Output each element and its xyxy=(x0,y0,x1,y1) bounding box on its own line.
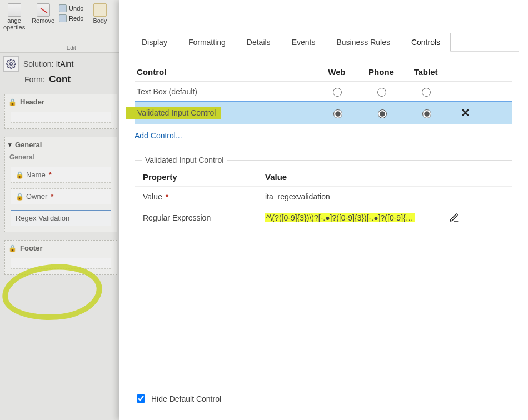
ribbon-undo-redo-group: Undo Redo Edit xyxy=(58,1,84,52)
lock-icon: 🔒 xyxy=(8,244,17,252)
property-value: ^\(?([0-9]{3})\)?[-.●]?([0-9]{3})[-.●]?(… xyxy=(265,213,415,222)
svg-point-0 xyxy=(10,63,13,66)
radio-web[interactable] xyxy=(333,109,342,118)
col-value: Value xyxy=(265,172,437,182)
hide-default-checkbox[interactable] xyxy=(137,394,145,403)
col-phone: Phone xyxy=(359,67,404,77)
redo-icon xyxy=(59,14,67,22)
required-star: * xyxy=(51,192,53,201)
footer-section[interactable]: 🔒 Footer xyxy=(4,240,117,275)
gear-icon xyxy=(3,56,19,72)
header-section[interactable]: 🔒 Header xyxy=(4,94,117,129)
col-control: Control xyxy=(137,67,315,77)
required-star: * xyxy=(49,171,52,179)
edit-property-button[interactable] xyxy=(437,213,471,223)
field-owner[interactable]: 🔒 Owner * xyxy=(11,188,111,204)
lock-icon: 🔒 xyxy=(8,98,17,106)
header-placeholder[interactable] xyxy=(11,112,111,123)
controls-grid: Control Web Phone Tablet Text Box (defau… xyxy=(135,63,512,124)
tab-controls[interactable]: Controls xyxy=(401,33,451,52)
chevron-down-icon[interactable]: ▾ xyxy=(8,141,12,148)
ribbon-label: Redo xyxy=(69,15,83,22)
ribbon-item-body[interactable]: Body xyxy=(89,1,110,52)
ribbon-undo[interactable]: Undo xyxy=(59,4,83,12)
form-name: Cont xyxy=(49,74,71,84)
ribbon-label: Remove xyxy=(32,17,54,24)
control-row-textbox[interactable]: Text Box (default) xyxy=(135,81,512,101)
remove-control-button[interactable]: ✕ xyxy=(449,106,482,119)
subsection-label: General xyxy=(9,153,112,161)
fieldset-legend: Validated Input Control xyxy=(142,156,227,164)
property-row-value[interactable]: Value * ita_regexvalidation xyxy=(135,186,512,207)
radio-web[interactable] xyxy=(333,88,342,97)
ribbon-label: Body xyxy=(93,17,107,24)
form-label: Form: xyxy=(24,75,45,84)
radio-phone[interactable] xyxy=(377,88,386,97)
tab-display[interactable]: Display xyxy=(131,33,178,52)
ribbon-redo[interactable]: Redo xyxy=(59,14,83,22)
ribbon-item-remove[interactable]: Remove xyxy=(28,1,58,52)
tab-business-rules[interactable]: Business Rules xyxy=(326,33,401,52)
property-value: ita_regexvalidation xyxy=(265,192,437,201)
required-star: * xyxy=(166,192,168,201)
ribbon-group-label: Edit xyxy=(67,45,76,52)
field-regex-validation[interactable]: Regex Validation xyxy=(11,210,111,226)
col-tablet: Tablet xyxy=(404,67,448,77)
control-row-validated-input[interactable]: Validated Input Control ✕ xyxy=(135,101,512,124)
control-name: Text Box (default) xyxy=(137,87,315,96)
ribbon-label: Undo xyxy=(69,5,83,12)
ribbon: ange operties Remove Undo Redo xyxy=(0,0,122,53)
hide-default-row[interactable]: Hide Default Control xyxy=(135,393,221,404)
property-row-regex[interactable]: Regular Expression ^\(?([0-9]{3})\)?[-.●… xyxy=(135,207,512,228)
footer-placeholder[interactable] xyxy=(11,258,111,269)
ribbon-label: ange operties xyxy=(3,17,25,31)
solution-name: ItAint xyxy=(56,59,73,68)
ribbon-divider xyxy=(87,4,87,48)
tab-details[interactable]: Details xyxy=(236,33,281,52)
undo-icon xyxy=(59,4,67,12)
form-row: Form: Cont xyxy=(0,74,122,89)
body-icon xyxy=(93,3,107,17)
control-properties-fieldset: Validated Input Control Property Value V… xyxy=(135,156,512,361)
form-editor-pane: ange operties Remove Undo Redo xyxy=(0,0,122,420)
property-name: Value xyxy=(143,192,162,201)
lock-icon: 🔒 xyxy=(16,171,24,179)
field-name[interactable]: 🔒 Name * xyxy=(11,167,111,183)
hide-default-label: Hide Default Control xyxy=(151,394,221,403)
lock-icon: 🔒 xyxy=(16,193,24,201)
section-label: Header xyxy=(20,98,44,106)
radio-tablet[interactable] xyxy=(422,88,431,97)
field-label: Regex Validation xyxy=(16,214,69,222)
control-name: Validated Input Control xyxy=(137,108,315,117)
add-control-link[interactable]: Add Control... xyxy=(135,131,182,140)
tab-events[interactable]: Events xyxy=(281,33,326,52)
section-label: General xyxy=(15,141,42,149)
col-property: Property xyxy=(143,172,265,182)
controls-panel: Control Web Phone Tablet Text Box (defau… xyxy=(135,63,512,140)
field-properties-dialog: Display Formatting Details Events Busine… xyxy=(119,0,528,420)
tab-formatting[interactable]: Formatting xyxy=(178,33,236,52)
property-name: Regular Expression xyxy=(143,213,265,222)
general-section[interactable]: ▾ General General 🔒 Name * 🔒 Owner * Reg… xyxy=(4,137,117,232)
solution-row: Solution: ItAint xyxy=(0,53,122,74)
field-label: Owner xyxy=(26,192,47,201)
ribbon-item-change-properties[interactable]: ange operties xyxy=(0,1,28,52)
properties-icon xyxy=(8,3,21,17)
radio-tablet[interactable] xyxy=(422,109,431,118)
solution-label: Solution: xyxy=(23,59,53,68)
col-web: Web xyxy=(315,67,359,77)
section-label: Footer xyxy=(20,244,42,252)
field-label: Name xyxy=(26,171,46,179)
radio-phone[interactable] xyxy=(378,109,387,118)
dialog-tabs: Display Formatting Details Events Busine… xyxy=(131,32,519,52)
remove-icon xyxy=(37,3,50,17)
